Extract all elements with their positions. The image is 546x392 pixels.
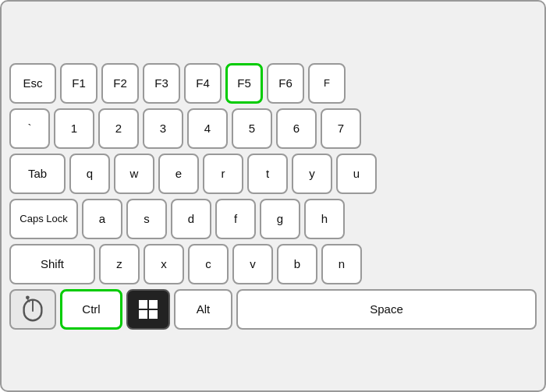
- key-f1[interactable]: F1: [60, 63, 98, 104]
- key-backtick[interactable]: `: [9, 108, 50, 149]
- key-b[interactable]: b: [277, 244, 317, 284]
- key-f[interactable]: f: [215, 199, 256, 239]
- key-capslock[interactable]: Caps Lock: [9, 199, 78, 239]
- svg-rect-5: [149, 300, 158, 309]
- keyboard: Esc F1 F2 F3 F4 F5 F6 F ` 1 2 3 4 5 6 7 …: [0, 0, 546, 392]
- key-r[interactable]: r: [203, 154, 243, 194]
- key-2[interactable]: 2: [98, 108, 139, 149]
- key-1[interactable]: 1: [54, 108, 94, 149]
- bottom-row: Ctrl Alt Space: [9, 289, 537, 330]
- key-f-more[interactable]: F: [308, 63, 346, 104]
- key-f2[interactable]: F2: [101, 63, 139, 104]
- key-a[interactable]: a: [82, 199, 122, 239]
- key-shift[interactable]: Shift: [9, 244, 95, 284]
- key-g[interactable]: g: [260, 199, 300, 239]
- key-w[interactable]: w: [114, 154, 154, 194]
- key-f4[interactable]: F4: [184, 63, 222, 104]
- key-7[interactable]: 7: [321, 108, 361, 149]
- key-h[interactable]: h: [304, 199, 345, 239]
- key-c[interactable]: c: [188, 244, 229, 284]
- key-d[interactable]: d: [171, 199, 211, 239]
- key-6[interactable]: 6: [276, 108, 317, 149]
- qwerty-row: Tab q w e r t y u: [9, 154, 537, 194]
- key-space[interactable]: Space: [236, 289, 537, 330]
- key-q[interactable]: q: [69, 154, 110, 194]
- svg-rect-6: [139, 310, 147, 319]
- svg-rect-7: [149, 310, 158, 319]
- key-mouse[interactable]: [9, 289, 56, 330]
- key-alt[interactable]: Alt: [174, 289, 232, 330]
- key-f5[interactable]: F5: [225, 63, 263, 104]
- shift-row: Shift z x c v b n: [9, 244, 537, 284]
- mouse-icon: [20, 295, 45, 323]
- key-f6[interactable]: F6: [267, 63, 304, 104]
- key-v[interactable]: v: [232, 244, 273, 284]
- key-windows[interactable]: [126, 289, 170, 330]
- key-x[interactable]: x: [144, 244, 184, 284]
- number-row: ` 1 2 3 4 5 6 7: [9, 108, 537, 149]
- key-f3[interactable]: F3: [143, 63, 180, 104]
- key-n[interactable]: n: [321, 244, 362, 284]
- key-esc[interactable]: Esc: [9, 63, 56, 104]
- key-y[interactable]: y: [292, 154, 332, 194]
- windows-icon: [137, 298, 159, 320]
- key-3[interactable]: 3: [143, 108, 183, 149]
- svg-point-2: [26, 295, 30, 299]
- key-ctrl[interactable]: Ctrl: [60, 289, 122, 330]
- key-e[interactable]: e: [158, 154, 199, 194]
- key-4[interactable]: 4: [187, 108, 228, 149]
- key-s[interactable]: s: [126, 199, 167, 239]
- key-z[interactable]: z: [99, 244, 140, 284]
- key-u[interactable]: u: [336, 154, 377, 194]
- svg-rect-4: [139, 300, 147, 309]
- key-t[interactable]: t: [247, 154, 288, 194]
- fn-row: Esc F1 F2 F3 F4 F5 F6 F: [9, 63, 537, 104]
- key-5[interactable]: 5: [232, 108, 272, 149]
- asdf-row: Caps Lock a s d f g h: [9, 199, 537, 239]
- key-tab[interactable]: Tab: [9, 154, 66, 194]
